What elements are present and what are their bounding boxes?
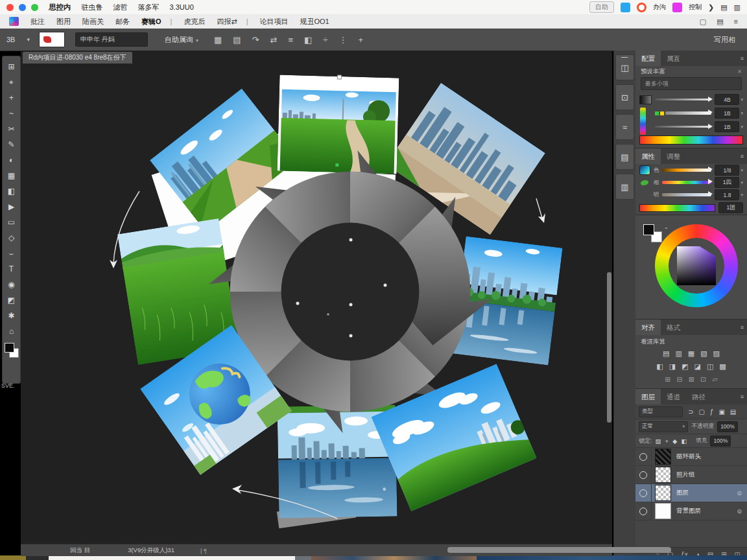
tool-options-field[interactable]: 申申年 丹妈	[75, 32, 148, 47]
foreground-background-swatches[interactable]	[3, 342, 19, 358]
stepper-icon[interactable]: ▾	[741, 192, 743, 198]
layout-single-icon[interactable]: ▢	[700, 18, 706, 26]
close-icon[interactable]: ✕	[737, 69, 742, 75]
layer-row-background[interactable]: 背景图层 ⊙	[635, 502, 747, 520]
zoom-window-button[interactable]	[31, 4, 38, 11]
layer-visibility-cell[interactable]	[635, 466, 652, 484]
layer-visibility-cell[interactable]	[635, 448, 652, 465]
app-menu-5[interactable]: 赛辑O	[141, 17, 161, 27]
document-tab[interactable]: Rd内项目进-08030 e4 8re8在份下	[23, 52, 132, 64]
tab-adjust[interactable]: 调整	[661, 148, 686, 164]
tray-battery-icon[interactable]: ▤	[720, 3, 727, 12]
tab-paths[interactable]: 路径	[686, 389, 711, 404]
panel-menu-icon[interactable]: ≡	[741, 153, 744, 159]
brightness-slider[interactable]	[662, 193, 711, 196]
distribute-4-icon[interactable]: ◪	[694, 362, 701, 371]
vertical-scrollbar-thumb[interactable]	[607, 272, 611, 423]
app-menu-4[interactable]: 邮务	[115, 17, 130, 27]
menu-item-2[interactable]: 滤哲	[113, 3, 128, 12]
dock-list-icon[interactable]: ▤	[615, 144, 634, 170]
crosshair-tool[interactable]: +	[3, 90, 19, 106]
tray-arrow-icon[interactable]: ❯	[708, 3, 714, 12]
more-options-icon[interactable]: ⋮	[338, 35, 347, 45]
lock-pixels-icon[interactable]: +	[665, 438, 669, 445]
dock-info-icon[interactable]: ▥	[615, 174, 634, 200]
tab-format[interactable]: 格式	[661, 320, 686, 335]
app-menu-3[interactable]: 陆画关	[82, 17, 104, 27]
layout-grid-icon[interactable]: ▤	[717, 18, 723, 26]
slider-track[interactable]	[655, 126, 711, 128]
tray-ring-icon[interactable]	[637, 3, 646, 12]
mask-icon[interactable]: ◧	[304, 35, 312, 45]
align-top-icon[interactable]: ▧	[700, 349, 707, 358]
slider-track[interactable]	[655, 99, 711, 100]
layout-list-icon[interactable]: ≡	[734, 18, 738, 26]
value-box[interactable]: 1.8	[715, 189, 739, 200]
rainbow-strip[interactable]	[640, 108, 646, 135]
layer-filter-dropdown[interactable]: 类型	[639, 406, 683, 417]
layer-name[interactable]: 循环箭头	[676, 452, 701, 461]
app-menu-8[interactable]: 论目项目	[260, 17, 289, 27]
tool-preset-swatch[interactable]	[39, 32, 65, 47]
distribute-icon[interactable]: ▤	[233, 35, 241, 45]
shape-tool[interactable]: ▭	[3, 215, 19, 230]
value-box[interactable]: 1B	[715, 108, 739, 119]
align-bottom-icon[interactable]: ▨	[713, 349, 720, 358]
crop-tool[interactable]: ✂	[3, 121, 19, 137]
tray-magenta-icon[interactable]	[672, 3, 682, 12]
value-box[interactable]: 1/8	[715, 165, 739, 176]
star-tool[interactable]: ✱	[3, 308, 19, 323]
spacing-5-icon[interactable]: ▱	[712, 375, 717, 384]
diamond-tool[interactable]: ◇	[3, 230, 19, 246]
dock-pages-icon[interactable]: ⊡	[615, 84, 634, 110]
eye-icon[interactable]	[639, 508, 647, 515]
align-left-icon[interactable]: ▤	[663, 349, 669, 358]
app-menu-9[interactable]: 规丑OO1	[300, 17, 329, 27]
value-box[interactable]: 4B	[715, 94, 739, 105]
green-marker-icon[interactable]	[655, 111, 659, 115]
align-right-icon[interactable]: ▦	[688, 349, 694, 358]
foreground-color-swatch[interactable]	[643, 224, 654, 235]
value-box[interactable]: 1团	[718, 202, 743, 213]
app-menu-6[interactable]: 虎克后	[184, 17, 205, 27]
layer-thumbnail[interactable]	[655, 449, 671, 465]
tray-switcher-icon[interactable]: ▥	[734, 3, 741, 12]
app-menu-7[interactable]: 四报⇄	[217, 17, 237, 27]
tray-app-icon[interactable]	[621, 3, 630, 12]
layer-row[interactable]: 循环箭头	[635, 448, 747, 466]
filter-shape-icon[interactable]: ▣	[718, 408, 724, 415]
dodge-tool[interactable]: ◐	[3, 152, 19, 168]
zoom-level[interactable]: 回当 目	[70, 546, 90, 555]
spacing-2-icon[interactable]: ⊟	[677, 375, 683, 384]
lock-all-icon[interactable]: ◧	[681, 438, 687, 445]
tool-caret-icon[interactable]: ▾	[27, 36, 30, 43]
panel-menu-icon[interactable]: ≡	[741, 393, 744, 400]
preset-dropdown[interactable]: 最多小项	[641, 77, 742, 90]
distribute-6-icon[interactable]: ▩	[719, 362, 726, 371]
stepper-icon[interactable]: ▾	[741, 168, 743, 173]
horizontal-scrollbar-thumb[interactable]	[447, 547, 671, 553]
yellow-marker-icon[interactable]	[660, 111, 664, 115]
home-tool[interactable]: ⌂	[3, 323, 19, 339]
gradient-swatch-icon[interactable]	[639, 95, 652, 104]
panel-menu-icon[interactable]: ≡	[741, 324, 744, 331]
tab-properties[interactable]: 属直	[661, 51, 686, 66]
transform-handle-top[interactable]	[337, 75, 341, 79]
layer-thumbnail[interactable]	[655, 467, 671, 483]
menu-item-1[interactable]: 驻虫鲁	[82, 3, 103, 12]
tray-button[interactable]: 自助	[589, 1, 614, 13]
app-menu-2[interactable]: 图用	[56, 17, 71, 27]
close-window-button[interactable]	[6, 4, 14, 11]
value-box[interactable]: 1B	[715, 121, 739, 132]
distribute-1-icon[interactable]: ◧	[656, 362, 663, 371]
layer-thumbnail[interactable]	[655, 503, 671, 519]
tab-color[interactable]: 属性	[635, 148, 661, 164]
photo-field-road-selected[interactable]	[278, 74, 399, 174]
layer-name[interactable]: 图层	[676, 489, 689, 497]
lasso-tool[interactable]: ~	[3, 106, 19, 121]
tray-item-2-label[interactable]: 控制	[689, 3, 702, 12]
align-grid-icon[interactable]: ▦	[214, 35, 222, 45]
stepper-icon[interactable]: ▾	[741, 97, 743, 102]
menu-item-4[interactable]: 3.3UU0	[170, 3, 194, 11]
target-tool[interactable]: ◉	[3, 277, 19, 292]
